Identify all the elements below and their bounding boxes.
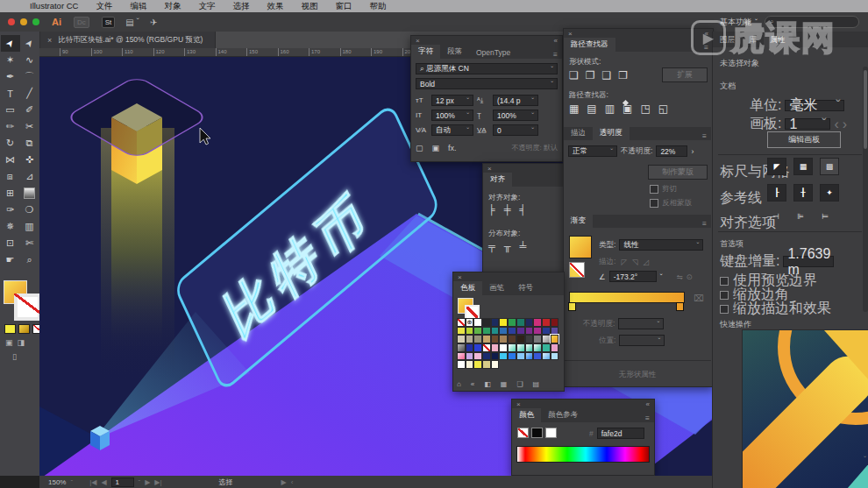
swatch[interactable] — [466, 335, 474, 343]
search-input[interactable]: ⌕ — [765, 16, 859, 28]
swatch[interactable] — [551, 343, 559, 352]
swatches-footer-icon[interactable]: ◧ — [484, 380, 491, 388]
gradient-button[interactable] — [18, 324, 30, 334]
swatch[interactable] — [508, 318, 516, 327]
swatch[interactable] — [466, 343, 474, 352]
panel-menu-icon[interactable]: ≡ — [549, 50, 562, 59]
tab-stroke[interactable]: 描边 — [564, 126, 593, 140]
share-icon[interactable]: ✈ — [150, 18, 157, 27]
tab-pathfinder[interactable]: 路径查找器 — [564, 38, 615, 52]
draw-behind-icon[interactable]: ◨ — [18, 338, 25, 347]
next-artboard-icon[interactable]: ▶ — [145, 478, 150, 486]
swatches-footer-icon[interactable]: ▦ — [501, 380, 508, 388]
gradient-angle-field[interactable]: -173.2° — [609, 271, 657, 282]
swatch[interactable] — [508, 327, 516, 336]
swatch[interactable] — [466, 360, 474, 369]
swatch[interactable] — [491, 343, 500, 352]
swatch[interactable] — [457, 318, 466, 327]
swatch[interactable] — [542, 352, 551, 361]
stroke-color-swatch[interactable] — [14, 294, 41, 321]
swatch[interactable] — [457, 343, 466, 352]
arrange-documents-icon[interactable]: ▤ ˇ — [125, 18, 139, 27]
tab-color[interactable]: 颜色 — [512, 408, 541, 422]
tab-character[interactable]: 字符 — [411, 45, 440, 59]
direct-selection-tool[interactable]: ➤ — [20, 35, 39, 52]
collapse-panel-icon[interactable]: « — [646, 400, 650, 408]
pathfinder-icon[interactable]: ▦ — [569, 103, 579, 115]
swatch[interactable] — [516, 352, 525, 361]
lock-guides-icon[interactable]: ╂ — [793, 184, 813, 202]
zoom-level[interactable]: 150% — [48, 478, 66, 486]
tab-color-guide[interactable]: 颜色参考 — [541, 408, 585, 422]
document-tab[interactable]: × 比特币区块链.ai* @ 150% (RGB/GPU 预览) — [39, 32, 216, 48]
align-object-icon[interactable]: ╞ — [488, 204, 495, 215]
clip-checkbox[interactable] — [650, 185, 658, 194]
panel-menu-icon[interactable]: ≡ — [700, 43, 713, 52]
swatch[interactable] — [457, 360, 466, 369]
tab-opentype[interactable]: OpenType — [469, 46, 517, 59]
swatches-footer-icon[interactable]: ⌂ — [457, 380, 461, 388]
menu-item[interactable]: 帮助 — [360, 1, 395, 12]
column-graph-tool[interactable]: ▥ — [20, 218, 39, 235]
artboard-select[interactable]: 1ˇ — [785, 118, 830, 130]
pathfinder-icon[interactable]: ◱ — [658, 103, 668, 115]
menu-item[interactable]: 视图 — [292, 1, 326, 12]
make-mask-button[interactable]: 制作蒙版 — [648, 165, 708, 180]
slice-tool[interactable]: ✄ — [20, 235, 39, 251]
swatch[interactable] — [473, 327, 482, 336]
swatch[interactable] — [516, 343, 525, 352]
tab-symbols[interactable]: 符号 — [511, 281, 540, 295]
zoom-tool[interactable]: ⌕ — [20, 251, 39, 268]
artboard-chevron-icon[interactable]: ˇ — [139, 478, 141, 486]
swatch[interactable] — [466, 352, 474, 361]
status-play-icon[interactable]: ▶ — [281, 478, 287, 486]
gradient-stop-right[interactable] — [676, 302, 684, 311]
gradient-slider[interactable] — [569, 292, 685, 303]
adobe-stock-badge[interactable]: St — [102, 17, 116, 28]
show-guides-icon[interactable]: ┠ — [767, 184, 786, 202]
hand-tool[interactable]: ☛ — [1, 251, 20, 268]
shape-mode-icon[interactable]: ❒ — [618, 69, 628, 81]
artboard-prev-icon[interactable]: ‹ — [834, 117, 838, 132]
width-tool[interactable]: ⋈ — [1, 152, 20, 168]
leading-field[interactable]: (14.4 pˇ — [493, 95, 538, 106]
appearance-square-icon[interactable]: ▢ — [416, 144, 423, 152]
scale-strokes-effects-checkbox[interactable] — [720, 305, 729, 314]
horizontal-scale-field[interactable]: 100%ˇ — [493, 110, 538, 121]
artboard-number-field[interactable]: 1 — [111, 477, 134, 487]
swatch[interactable] — [482, 352, 491, 361]
smart-guides-icon[interactable]: ✦ — [820, 184, 839, 202]
menu-item[interactable]: 窗口 — [326, 1, 360, 12]
shape-mode-icon[interactable]: ❏ — [569, 69, 579, 81]
draw-normal-icon[interactable]: ▣ — [5, 338, 13, 347]
swatch[interactable] — [457, 335, 466, 343]
swatch[interactable] — [499, 327, 508, 336]
shape-mode-icon[interactable]: ❑ — [602, 69, 612, 81]
panel-menu-icon[interactable]: ≡ — [698, 219, 711, 228]
swatch[interactable] — [516, 318, 525, 327]
swatch[interactable] — [473, 352, 482, 361]
color-black-swatch[interactable] — [531, 428, 543, 438]
reverse-gradient-icon[interactable]: ⇋ — [676, 272, 682, 281]
swatch[interactable] — [482, 335, 491, 343]
swatch[interactable] — [551, 352, 559, 361]
tab-libraries[interactable]: 库 — [742, 33, 764, 47]
color-none-swatch[interactable] — [517, 428, 529, 438]
swatch[interactable] — [542, 327, 551, 336]
menu-item[interactable]: 编辑 — [121, 1, 155, 12]
swatch[interactable] — [508, 335, 516, 343]
swatch[interactable] — [542, 343, 551, 352]
swatch[interactable] — [491, 327, 500, 336]
opacity-field[interactable]: 22% — [656, 145, 687, 157]
font-style-field[interactable]: Boldˇ — [416, 78, 558, 89]
swatch[interactable] — [491, 318, 500, 327]
swatches-footer-icon[interactable]: ▤ — [533, 380, 540, 388]
distribute-object-icon[interactable]: ╧ — [520, 241, 527, 251]
distribute-object-icon[interactable]: ╥ — [504, 241, 511, 251]
swatch[interactable] — [525, 352, 534, 361]
menu-item[interactable]: Illustrator CC — [21, 1, 87, 12]
delete-stop-icon[interactable]: ⌧ — [694, 294, 704, 303]
screen-mode-button[interactable]: ▯ — [12, 352, 17, 361]
tab-swatches[interactable]: 色板 — [453, 281, 482, 295]
swatch[interactable] — [533, 352, 542, 361]
